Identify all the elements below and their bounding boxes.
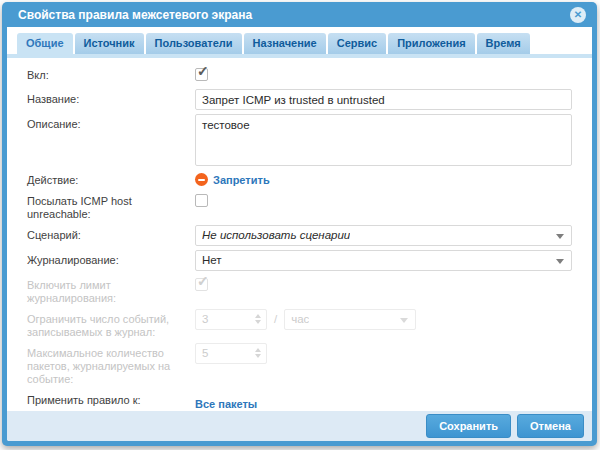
enabled-checkbox[interactable] <box>195 68 208 81</box>
name-input[interactable] <box>195 89 572 110</box>
chevron-down-icon <box>400 318 408 323</box>
description-textarea[interactable]: тестовое <box>195 114 572 166</box>
row-scenario: Сценарий: Не использовать сценарии <box>27 225 572 246</box>
name-label: Название: <box>27 89 195 106</box>
tab-users[interactable]: Пользователи <box>146 33 242 54</box>
action-link[interactable]: Запретить <box>213 174 270 186</box>
dialog-body: Общие Источник Пользователи Назначение С… <box>7 27 592 441</box>
events-unit-value: час <box>291 313 309 325</box>
cancel-button[interactable]: Отмена <box>517 414 584 438</box>
max-packets-label: Максимальное количество пакетов, журнали… <box>27 343 195 386</box>
log-limit-checkbox <box>195 278 208 291</box>
max-packets-stepper: 5 <box>195 343 267 364</box>
send-icmp-label: Посылать ICMP host unreachable: <box>27 191 195 221</box>
spinner-down-icon <box>255 354 261 358</box>
spinner-up-icon <box>255 348 261 352</box>
general-tab-panel: Вкл: Название: Описание: тестовое Действ… <box>7 58 592 411</box>
chevron-down-icon <box>556 234 564 239</box>
row-action: Действие: Запретить <box>27 170 572 187</box>
events-unit-select: час <box>284 309 416 330</box>
tab-general[interactable]: Общие <box>17 33 73 54</box>
send-icmp-checkbox[interactable] <box>195 194 208 207</box>
row-name: Название: <box>27 89 572 110</box>
row-apply-to: Применить правило к: Все пакеты <box>27 390 572 411</box>
events-count-stepper: 3 <box>195 309 267 330</box>
events-count-value: 3 <box>202 313 208 325</box>
row-description: Описание: тестовое <box>27 114 572 166</box>
row-max-packets: Максимальное количество пакетов, журнали… <box>27 343 572 386</box>
logging-value: Нет <box>202 254 222 266</box>
spinner-down-icon <box>255 320 261 324</box>
apply-to-label: Применить правило к: <box>27 390 195 407</box>
save-button[interactable]: Сохранить <box>426 414 511 438</box>
dialog-titlebar: Свойства правила межсетевого экрана ✕ <box>7 2 592 27</box>
scenario-label: Сценарий: <box>27 225 195 242</box>
logging-select[interactable]: Нет <box>195 250 572 271</box>
apply-to-link[interactable]: Все пакеты <box>195 398 257 410</box>
dialog-title: Свойства правила межсетевого экрана <box>18 8 570 22</box>
spinner-up-icon <box>255 314 261 318</box>
row-events-limit: Ограничить число событий, записываемых в… <box>27 309 572 339</box>
close-icon[interactable]: ✕ <box>570 7 586 23</box>
action-label: Действие: <box>27 170 195 187</box>
log-limit-label: Включить лимит журналирования: <box>27 275 195 305</box>
per-separator: / <box>274 313 277 325</box>
logging-label: Журналирование: <box>27 250 195 267</box>
scenario-value: Не использовать сценарии <box>202 229 350 241</box>
row-enabled: Вкл: <box>27 65 572 85</box>
row-send-icmp: Посылать ICMP host unreachable: <box>27 191 572 221</box>
description-label: Описание: <box>27 114 195 131</box>
row-log-limit: Включить лимит журналирования: <box>27 275 572 305</box>
tab-applications[interactable]: Приложения <box>388 33 474 54</box>
tab-source[interactable]: Источник <box>75 33 144 54</box>
tab-service[interactable]: Сервис <box>328 33 386 54</box>
tab-bar: Общие Источник Пользователи Назначение С… <box>7 27 592 54</box>
enabled-label: Вкл: <box>27 65 195 82</box>
deny-icon <box>195 173 208 186</box>
events-limit-label: Ограничить число событий, записываемых в… <box>27 309 195 339</box>
tab-time[interactable]: Время <box>477 33 530 54</box>
tab-destination[interactable]: Назначение <box>244 33 326 54</box>
row-logging: Журналирование: Нет <box>27 250 572 271</box>
stepper-arrows-icon <box>255 314 261 324</box>
dialog-footer: Сохранить Отмена <box>7 411 592 441</box>
firewall-rule-properties-dialog: Свойства правила межсетевого экрана ✕ Об… <box>2 2 597 446</box>
stepper-arrows-icon <box>255 348 261 358</box>
chevron-down-icon <box>556 259 564 264</box>
scenario-select[interactable]: Не использовать сценарии <box>195 225 572 246</box>
max-packets-value: 5 <box>202 347 208 359</box>
